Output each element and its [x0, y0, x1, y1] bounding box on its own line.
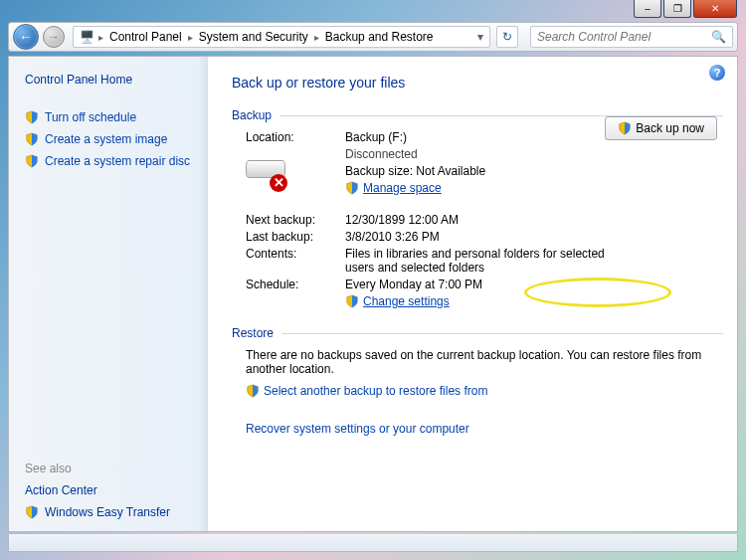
- schedule-value: Every Monday at 7:00 PM: [345, 278, 723, 291]
- search-icon: 🔍: [711, 30, 726, 44]
- main-panel: ? Back up or restore your files Backup B…: [208, 57, 737, 531]
- backup-size: Backup size: Not Available: [345, 164, 485, 178]
- shield-icon: [25, 154, 39, 168]
- task-label: Turn off schedule: [45, 110, 136, 124]
- task-label: Create a system image: [45, 132, 167, 146]
- shield-icon: [618, 121, 632, 135]
- recover-system-link[interactable]: Recover system settings or your computer: [246, 422, 723, 436]
- address-bar: ← → 🖥️ ▸ Control Panel ▸ System and Secu…: [8, 22, 738, 52]
- task-label: Create a system repair disc: [45, 154, 190, 168]
- location-status: Disconnected: [345, 147, 485, 161]
- create-system-image-link[interactable]: Create a system image: [9, 128, 208, 150]
- action-center-link[interactable]: Action Center: [9, 479, 208, 501]
- manage-space-link[interactable]: Manage space: [363, 181, 442, 195]
- create-repair-disc-link[interactable]: Create a system repair disc: [9, 150, 208, 172]
- search-input[interactable]: [537, 30, 711, 44]
- breadcrumb-seg[interactable]: System and Security: [193, 30, 314, 44]
- turn-off-schedule-link[interactable]: Turn off schedule: [9, 106, 208, 128]
- change-settings-link[interactable]: Change settings: [363, 294, 450, 308]
- shield-icon: [345, 181, 359, 195]
- contents-value: Files in libraries and personal folders …: [345, 247, 723, 275]
- breadcrumb-dropdown[interactable]: ▾: [473, 30, 487, 44]
- back-up-now-button[interactable]: Back up now: [605, 116, 717, 140]
- content-frame: Control Panel Home Turn off schedule Cre…: [8, 56, 738, 532]
- breadcrumb-seg[interactable]: Backup and Restore: [319, 30, 440, 44]
- next-backup-value: 12/30/1899 12:00 AM: [345, 213, 723, 227]
- maximize-button[interactable]: ❐: [663, 0, 691, 18]
- computer-icon: 🖥️: [76, 30, 98, 44]
- location-label: Location:: [246, 130, 331, 144]
- restore-section-header: Restore: [232, 326, 723, 340]
- see-also-label: See also: [9, 458, 208, 479]
- minimize-button[interactable]: –: [634, 0, 661, 18]
- refresh-button[interactable]: ↻: [496, 26, 518, 48]
- shield-icon: [25, 505, 39, 519]
- button-label: Back up now: [636, 121, 704, 135]
- window-controls: – ❐ ✕: [634, 0, 737, 20]
- breadcrumb-seg[interactable]: Control Panel: [103, 30, 188, 44]
- breadcrumb: 🖥️ ▸ Control Panel ▸ System and Security…: [73, 26, 490, 48]
- disk-error-icon: ✕: [246, 150, 287, 192]
- page-title: Back up or restore your files: [232, 75, 723, 91]
- forward-button[interactable]: →: [43, 26, 65, 48]
- help-icon[interactable]: ?: [709, 65, 725, 81]
- back-button[interactable]: ←: [13, 24, 39, 50]
- control-panel-home-link[interactable]: Control Panel Home: [9, 73, 208, 94]
- close-button[interactable]: ✕: [693, 0, 737, 18]
- backup-details: Next backup: 12/30/1899 12:00 AM Last ba…: [246, 213, 723, 308]
- next-backup-label: Next backup:: [246, 213, 345, 227]
- shield-icon: [345, 294, 359, 308]
- shield-icon: [246, 384, 260, 398]
- link-label: Action Center: [25, 483, 97, 497]
- restore-text: There are no backups saved on the curren…: [246, 348, 723, 376]
- search-box[interactable]: 🔍: [530, 26, 733, 48]
- easy-transfer-link[interactable]: Windows Easy Transfer: [9, 501, 208, 523]
- select-another-backup-link[interactable]: Select another backup to restore files f…: [264, 384, 487, 398]
- last-backup-label: Last backup:: [246, 230, 345, 244]
- shield-icon: [25, 110, 39, 124]
- status-bar: [8, 534, 738, 552]
- x-icon: ✕: [270, 174, 287, 192]
- shield-icon: [25, 132, 39, 146]
- link-label: Windows Easy Transfer: [45, 505, 170, 519]
- location-value: Backup (F:): [345, 130, 485, 144]
- sidebar: Control Panel Home Turn off schedule Cre…: [9, 57, 208, 531]
- contents-label: Contents:: [246, 247, 345, 275]
- schedule-label: Schedule:: [246, 278, 345, 291]
- last-backup-value: 3/8/2010 3:26 PM: [345, 230, 723, 244]
